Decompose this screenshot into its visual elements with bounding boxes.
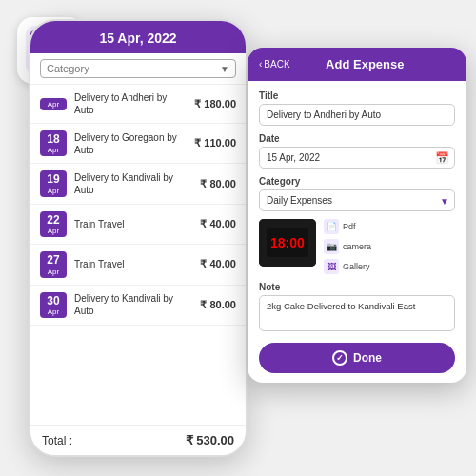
- expense-description: Train Travel: [74, 258, 192, 270]
- date-badge: 19 Apr: [40, 170, 67, 196]
- attachment-options: 📄 Pdf 📷 camera 🖼 Gallery: [324, 219, 371, 274]
- camera-icon: 📷: [324, 239, 339, 254]
- month-label: Apr: [48, 187, 59, 195]
- panel-title: Add Expense: [298, 57, 455, 71]
- pdf-label: Pdf: [343, 222, 356, 231]
- gallery-label: Gallery: [343, 262, 370, 271]
- list-item[interactable]: 18 Apr Delivery to Goregaon by Auto ₹ 11…: [30, 124, 246, 164]
- title-input[interactable]: [259, 104, 455, 126]
- category-search[interactable]: ▼: [30, 53, 246, 85]
- calendar-icon[interactable]: 📅: [435, 151, 449, 165]
- expense-description: Delivery to Goregaon by Auto: [74, 131, 187, 156]
- attachment-thumbnail[interactable]: 18:00: [259, 219, 316, 267]
- month-label: Apr: [48, 307, 59, 316]
- expense-amount: ₹ 110.00: [194, 137, 236, 149]
- month-label: Apr: [48, 146, 59, 154]
- date-badge: 22 Apr: [40, 211, 67, 237]
- svg-text:18:00: 18:00: [270, 235, 305, 250]
- phone-date-title: 15 Apr, 2022: [42, 30, 234, 46]
- date-input[interactable]: [259, 147, 455, 169]
- category-select[interactable]: Daily ExpensesTravelFoodShopping: [259, 189, 455, 211]
- done-label: Done: [353, 351, 382, 365]
- back-button[interactable]: ‹ BACK: [259, 59, 290, 69]
- expense-description: Delivery to Andheri by Auto: [74, 91, 187, 116]
- camera-option[interactable]: 📷 camera: [324, 239, 371, 254]
- expense-amount: ₹ 40.00: [200, 218, 236, 230]
- expense-description: Delivery to Kandivali by Auto: [74, 292, 192, 317]
- category-field-label: Category: [259, 176, 455, 187]
- list-item[interactable]: 27 Apr Train Travel ₹ 40.00: [30, 245, 246, 285]
- expense-amount: ₹ 80.00: [200, 178, 236, 190]
- expense-list: Apr Delivery to Andheri by Auto ₹ 180.00…: [30, 85, 246, 414]
- list-item[interactable]: 22 Apr Train Travel ₹ 40.00: [30, 205, 246, 245]
- day-number: 18: [47, 132, 59, 146]
- back-label: BACK: [264, 59, 289, 69]
- note-input[interactable]: [259, 295, 455, 331]
- camera-label: camera: [343, 242, 371, 251]
- list-item[interactable]: 19 Apr Delivery to Kandivali by Auto ₹ 8…: [30, 164, 246, 204]
- category-field-wrapper: Daily ExpensesTravelFoodShopping ▼: [259, 189, 455, 211]
- expense-description: Train Travel: [74, 218, 192, 230]
- pdf-option[interactable]: 📄 Pdf: [324, 219, 371, 234]
- title-field-label: Title: [259, 90, 455, 101]
- done-button[interactable]: ✓ Done: [259, 343, 455, 373]
- month-label: Apr: [48, 227, 59, 235]
- note-field-label: Note: [259, 282, 455, 292]
- day-number: 30: [47, 294, 59, 307]
- add-expense-panel: ‹ BACK Add Expense Title Date 📅 Category…: [248, 48, 466, 383]
- total-amount: ₹ 530.00: [186, 433, 234, 447]
- date-field-label: Date: [259, 133, 455, 144]
- attachment-row: 18:00 📄 Pdf 📷 camera 🖼 Gallery: [259, 219, 455, 274]
- expense-description: Delivery to Kandivali by Auto: [74, 171, 192, 196]
- day-number: 22: [47, 213, 59, 227]
- gallery-option[interactable]: 🖼 Gallery: [324, 259, 371, 274]
- month-label: Apr: [48, 268, 59, 276]
- date-badge: Apr: [40, 98, 67, 110]
- list-item[interactable]: Apr Delivery to Andheri by Auto ₹ 180.00: [30, 85, 246, 124]
- panel-body: Title Date 📅 Category Daily ExpensesTrav…: [248, 81, 466, 383]
- done-check-icon: ✓: [332, 350, 347, 366]
- phone-header: 15 Apr, 2022: [30, 21, 246, 53]
- date-field-wrapper: 📅: [259, 147, 455, 169]
- total-label: Total :: [42, 434, 72, 447]
- back-chevron-icon: ‹: [259, 59, 262, 69]
- gallery-icon: 🖼: [324, 259, 339, 274]
- phone-frame: 15 Apr, 2022 ▼ Apr Delivery to Andheri b…: [29, 19, 248, 457]
- day-number: 19: [47, 172, 59, 186]
- date-badge: 27 Apr: [40, 251, 67, 277]
- list-item[interactable]: 30 Apr Delivery to Kandivali by Auto ₹ 8…: [30, 286, 246, 326]
- expense-amount: ₹ 40.00: [200, 258, 236, 270]
- month-label: Apr: [48, 100, 59, 109]
- dropdown-arrow-icon: ▼: [220, 64, 229, 74]
- phone-footer: Total : ₹ 530.00: [30, 425, 246, 455]
- day-number: 27: [47, 253, 59, 267]
- expense-amount: ₹ 80.00: [200, 299, 236, 311]
- panel-header: ‹ BACK Add Expense: [248, 48, 466, 81]
- date-badge: 30 Apr: [40, 292, 67, 318]
- expense-amount: ₹ 180.00: [194, 98, 236, 110]
- search-input[interactable]: [47, 63, 220, 74]
- pdf-icon: 📄: [324, 219, 339, 234]
- date-badge: 18 Apr: [40, 130, 67, 156]
